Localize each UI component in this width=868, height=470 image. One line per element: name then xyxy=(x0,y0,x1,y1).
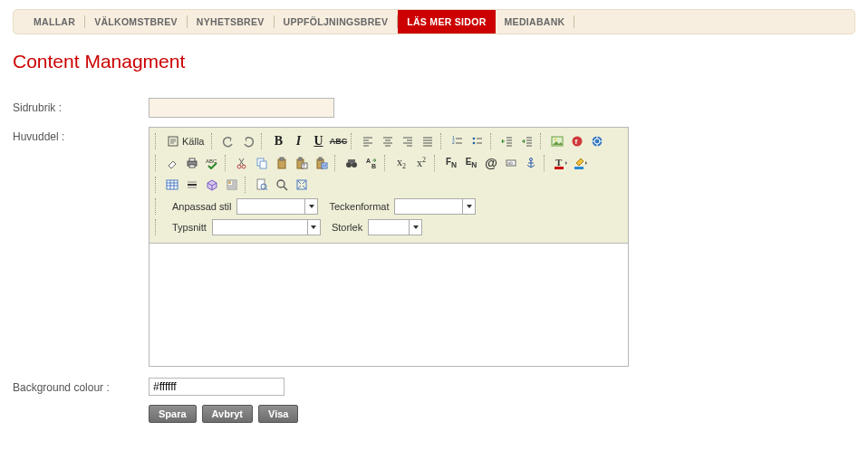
bg-color-icon xyxy=(574,156,588,170)
svg-rect-42 xyxy=(228,181,231,184)
combo-format[interactable] xyxy=(394,198,476,215)
combo-font-label: Typsnitt xyxy=(172,222,207,233)
ordered-list-button[interactable]: 12 xyxy=(448,132,467,150)
spellcheck-button[interactable]: ABC xyxy=(203,154,221,172)
at-icon: @ xyxy=(485,156,497,170)
align-center-button[interactable] xyxy=(379,132,397,150)
align-left-button[interactable] xyxy=(359,132,377,150)
svg-rect-38 xyxy=(555,167,564,169)
spellcheck-icon: ABC xyxy=(206,157,218,169)
flash-button[interactable]: f xyxy=(568,132,586,150)
indent-button[interactable] xyxy=(518,132,536,150)
save-button[interactable]: Spara xyxy=(149,405,197,423)
sidrubrik-label: Sidrubrik : xyxy=(13,98,149,114)
editor-toolbar: Källa B I U ABC 12 xyxy=(149,128,628,244)
italic-button[interactable]: I xyxy=(289,132,307,150)
strike-button[interactable]: ABC xyxy=(329,132,347,150)
print-button[interactable] xyxy=(183,154,201,172)
superscript-button[interactable]: x2 xyxy=(412,154,430,172)
show-button[interactable]: Visa xyxy=(258,405,298,423)
copy-button[interactable] xyxy=(253,154,271,172)
replace-icon: AB xyxy=(365,157,378,169)
hr-button[interactable] xyxy=(183,176,201,194)
align-right-button[interactable] xyxy=(399,132,417,150)
outdent-button[interactable] xyxy=(498,132,516,150)
link-button[interactable] xyxy=(588,132,606,150)
bg-color-button[interactable] xyxy=(572,154,590,172)
bgcolor-input[interactable] xyxy=(149,378,285,396)
unordered-list-button[interactable] xyxy=(468,132,487,150)
redo-icon xyxy=(242,135,255,148)
image-button[interactable] xyxy=(548,132,566,150)
binoculars-icon xyxy=(345,157,358,169)
tab-uppfoljningsbrev[interactable]: UPPFÖLJNINGSBREV xyxy=(275,11,398,33)
insert-lastname-button[interactable]: EN xyxy=(462,154,480,172)
tab-valkomstbrev[interactable]: VÄLKOMSTBREV xyxy=(85,11,187,33)
preview-button[interactable] xyxy=(253,176,271,194)
subscript-button[interactable]: x2 xyxy=(392,154,410,172)
insert-email-button[interactable]: @ xyxy=(482,154,500,172)
sidrubrik-input[interactable] xyxy=(149,98,334,118)
anchor-button[interactable] xyxy=(522,154,540,172)
source-button[interactable]: Källa xyxy=(163,133,207,149)
paste-icon xyxy=(275,157,288,169)
combo-style[interactable] xyxy=(236,198,318,215)
insert-firstname-button[interactable]: FN xyxy=(442,154,460,172)
svg-point-6 xyxy=(555,139,556,140)
flash-icon: f xyxy=(571,135,583,148)
redo-button[interactable] xyxy=(239,132,257,150)
bold-button[interactable]: B xyxy=(269,132,287,150)
editor-content-area[interactable] xyxy=(149,244,628,366)
underline-button[interactable]: U xyxy=(309,132,327,150)
cube-icon xyxy=(206,178,218,191)
align-right-icon xyxy=(401,135,414,148)
tab-mediabank[interactable]: MEDIABANK xyxy=(496,11,574,33)
paste-text-button[interactable]: T xyxy=(293,154,311,172)
chevron-down-icon xyxy=(307,220,320,235)
replace-button[interactable]: AB xyxy=(362,154,381,172)
svg-rect-20 xyxy=(280,158,284,160)
erase-format-button[interactable] xyxy=(163,154,181,172)
undo-button[interactable] xyxy=(219,132,237,150)
text-color-button[interactable]: T xyxy=(552,154,570,172)
ordered-list-icon: 12 xyxy=(451,135,464,148)
zoom-button[interactable] xyxy=(273,176,291,194)
cut-button[interactable] xyxy=(233,154,251,172)
tab-las-mer-sidor[interactable]: LÄS MER SIDOR xyxy=(398,10,495,34)
cancel-button[interactable]: Avbryt xyxy=(202,405,253,423)
maximize-button[interactable] xyxy=(293,176,311,194)
tab-mallar[interactable]: MALLAR xyxy=(24,11,84,33)
combo-font[interactable] xyxy=(212,219,321,235)
text-color-icon: T xyxy=(554,156,568,170)
en-icon: EN xyxy=(466,157,477,169)
find-button[interactable] xyxy=(342,154,361,172)
bold-icon: B xyxy=(275,134,283,149)
align-justify-icon xyxy=(421,135,434,148)
svg-rect-40 xyxy=(167,180,178,189)
svg-text:B: B xyxy=(371,163,376,169)
svg-rect-22 xyxy=(299,158,302,160)
superscript-icon: x2 xyxy=(417,156,426,170)
paste-button[interactable] xyxy=(273,154,291,172)
svg-text:A: A xyxy=(366,158,371,164)
paste-word-button[interactable]: W xyxy=(313,154,331,172)
tab-nyhetsbrev[interactable]: NYHETSBREV xyxy=(188,11,274,33)
italic-icon: I xyxy=(296,134,301,149)
svg-text:f: f xyxy=(575,138,578,146)
combo-size[interactable] xyxy=(368,219,422,235)
hr-icon xyxy=(186,178,198,191)
insert-field-button[interactable]: ab xyxy=(502,154,520,172)
align-left-icon xyxy=(362,135,374,148)
paste-word-icon: W xyxy=(315,157,328,169)
source-icon xyxy=(167,135,179,148)
chevron-down-icon xyxy=(304,199,317,214)
align-center-icon xyxy=(381,135,394,148)
strike-icon: ABC xyxy=(330,137,348,146)
special-char-button[interactable] xyxy=(203,176,221,194)
template-button[interactable] xyxy=(223,176,241,194)
table-button[interactable] xyxy=(163,176,181,194)
align-justify-button[interactable] xyxy=(419,132,437,150)
maximize-icon xyxy=(295,178,308,191)
magnifier-page-icon xyxy=(256,178,268,191)
field-icon: ab xyxy=(505,157,517,169)
